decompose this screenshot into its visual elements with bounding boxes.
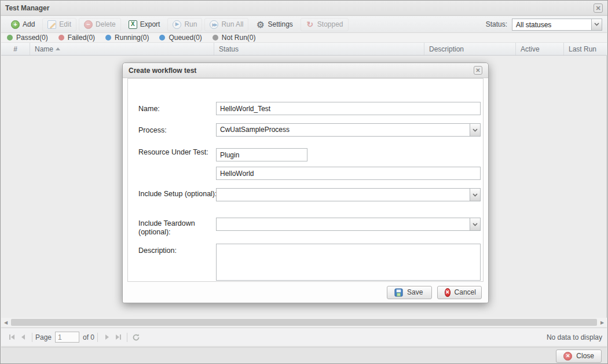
legend-queued: Queued(0) xyxy=(159,34,202,42)
page-label: Page xyxy=(35,333,52,341)
status-filter-value: All statuses xyxy=(512,19,591,30)
resource-under-test-label: Resource Under Test: xyxy=(138,148,218,157)
status-filter-combobox[interactable]: All statuses xyxy=(512,19,602,31)
status-legend: Passed(0) Failed(0) Running(0) Queued(0)… xyxy=(1,33,607,43)
first-page-icon[interactable] xyxy=(6,332,17,343)
dialog-title: Create workflow test xyxy=(129,67,196,75)
passed-dot-icon xyxy=(7,35,13,41)
status-filter-label: Status: xyxy=(486,20,507,28)
edit-button[interactable]: Edit xyxy=(42,18,76,31)
window-titlebar: Test Manager ✕ xyxy=(1,1,607,16)
close-window-button[interactable]: ✕ Close xyxy=(556,350,602,363)
include-setup-combobox[interactable] xyxy=(216,188,481,201)
scrollbar-thumb[interactable] xyxy=(11,319,597,326)
stopped-icon: ↻ xyxy=(306,20,314,29)
include-teardown-label: Include Teardown (optional): xyxy=(138,219,218,237)
run-icon: ▶ xyxy=(173,20,181,29)
delete-icon: − xyxy=(84,20,93,29)
window-close-icon[interactable]: ✕ xyxy=(594,3,603,13)
create-workflow-test-dialog: Create workflow test ✕ Name: Process: Cw… xyxy=(122,62,489,303)
delete-button[interactable]: − Delete xyxy=(79,18,121,31)
edit-icon xyxy=(47,20,56,29)
add-button[interactable]: + Add xyxy=(6,18,40,31)
include-teardown-combobox[interactable] xyxy=(216,218,481,231)
include-setup-label: Include Setup (optional): xyxy=(138,190,218,198)
grid-header: # Name Status Description Active Last Ru… xyxy=(1,43,607,56)
prev-page-icon[interactable] xyxy=(17,332,29,343)
run-button[interactable]: ▶ Run xyxy=(167,18,202,31)
name-input[interactable] xyxy=(216,102,481,115)
description-label: Description: xyxy=(138,247,218,255)
queued-dot-icon xyxy=(159,35,165,41)
column-header-index[interactable]: # xyxy=(1,43,30,55)
test-manager-window: Test Manager ✕ + Add Edit − Delete X Exp… xyxy=(0,0,608,364)
column-header-lastrun[interactable]: Last Run xyxy=(564,43,607,55)
add-icon: + xyxy=(11,20,20,29)
horizontal-scrollbar[interactable]: ◀ ▶ xyxy=(1,318,607,327)
run-all-button[interactable]: ▶▶ Run All xyxy=(204,18,248,31)
legend-failed: Failed(0) xyxy=(58,34,95,42)
include-setup-value xyxy=(217,189,470,201)
process-combobox[interactable]: CwUatSampleProcess xyxy=(216,123,481,137)
running-dot-icon xyxy=(105,35,111,41)
failed-dot-icon xyxy=(58,35,64,41)
chevron-down-icon[interactable] xyxy=(470,189,480,201)
chevron-down-icon[interactable] xyxy=(591,19,602,30)
include-teardown-value xyxy=(217,218,470,230)
dialog-close-icon[interactable]: ✕ xyxy=(474,66,482,75)
paging-toolbar: Page of 0 No data to display xyxy=(1,328,607,347)
legend-notrun: Not Run(0) xyxy=(213,34,256,42)
window-footer: ✕ Close xyxy=(1,347,607,364)
chevron-down-icon[interactable] xyxy=(470,124,480,136)
refresh-icon[interactable] xyxy=(130,332,142,343)
sort-asc-icon xyxy=(56,47,60,50)
next-page-icon[interactable] xyxy=(101,332,112,343)
description-textarea[interactable] xyxy=(216,244,481,281)
scroll-left-icon[interactable]: ◀ xyxy=(1,318,10,327)
process-value: CwUatSampleProcess xyxy=(217,124,470,136)
resource-type-input[interactable] xyxy=(216,148,307,161)
save-button[interactable]: Save xyxy=(387,286,432,299)
column-header-status[interactable]: Status xyxy=(214,43,424,55)
cancel-button[interactable]: ✕ Cancel xyxy=(437,286,482,299)
export-excel-icon: X xyxy=(129,20,137,29)
page-number-input[interactable] xyxy=(55,332,79,343)
dialog-form: Name: Process: CwUatSampleProcess Resour… xyxy=(127,78,484,282)
column-header-active[interactable]: Active xyxy=(516,43,564,55)
legend-running: Running(0) xyxy=(105,34,149,42)
process-label: Process: xyxy=(138,126,218,135)
name-label: Name: xyxy=(138,105,218,113)
resource-name-input[interactable] xyxy=(216,167,481,180)
cancel-red-icon: ✕ xyxy=(445,288,450,297)
dialog-titlebar[interactable]: Create workflow test ✕ xyxy=(123,63,488,78)
page-of-label: of 0 xyxy=(83,333,94,341)
column-header-description[interactable]: Description xyxy=(424,43,516,55)
last-page-icon[interactable] xyxy=(112,332,124,343)
stopped-button[interactable]: ↻ Stopped xyxy=(301,18,349,31)
chevron-down-icon[interactable] xyxy=(470,218,480,230)
window-title: Test Manager xyxy=(5,4,49,12)
run-all-icon: ▶▶ xyxy=(210,20,218,29)
export-button[interactable]: X Export xyxy=(123,18,166,31)
main-toolbar: + Add Edit − Delete X Export ▶ Run ▶▶ Ru… xyxy=(1,16,607,33)
no-data-text: No data to display xyxy=(547,333,602,341)
scroll-right-icon[interactable]: ▶ xyxy=(598,318,607,327)
gear-icon: ⚙ xyxy=(256,20,265,29)
dialog-footer: Save ✕ Cancel xyxy=(127,282,484,303)
floppy-disk-icon xyxy=(394,288,403,297)
settings-button[interactable]: ⚙ Settings xyxy=(251,18,298,31)
close-red-icon: ✕ xyxy=(563,352,572,361)
column-header-name[interactable]: Name xyxy=(30,43,214,55)
legend-passed: Passed(0) xyxy=(7,34,48,42)
notrun-dot-icon xyxy=(213,35,218,41)
